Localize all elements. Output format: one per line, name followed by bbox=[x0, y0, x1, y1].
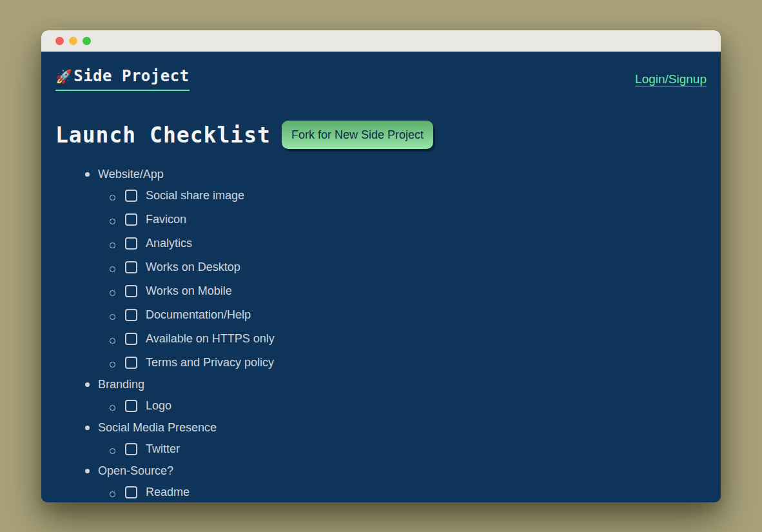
item-label: Terms and Privacy policy bbox=[146, 356, 274, 369]
title-row: Launch Checklist Fork for New Side Proje… bbox=[55, 121, 707, 149]
item-checkbox[interactable] bbox=[125, 486, 137, 498]
circle-bullet-icon bbox=[110, 219, 115, 224]
checklist-section-row: Social Media Presence bbox=[85, 418, 707, 437]
item-checkbox[interactable] bbox=[125, 400, 137, 412]
item-checkbox[interactable] bbox=[125, 237, 137, 250]
item-checkbox[interactable] bbox=[125, 443, 137, 455]
item-label: Social share image bbox=[146, 189, 244, 202]
site-logo-link[interactable]: 🚀 Side Project bbox=[55, 67, 190, 91]
checklist-item-row: Works on Desktop bbox=[110, 255, 707, 279]
traffic-lights bbox=[55, 37, 91, 45]
circle-bullet-icon bbox=[110, 448, 115, 454]
disc-bullet-icon bbox=[85, 382, 90, 387]
checklist: Website/AppSocial share imageFaviconAnal… bbox=[55, 164, 707, 502]
checklist-item-row: Twitter bbox=[110, 437, 707, 461]
item-checkbox[interactable] bbox=[125, 190, 137, 202]
item-checkbox[interactable] bbox=[125, 285, 137, 297]
item-label: Readme bbox=[146, 486, 190, 499]
item-label: Works on Desktop bbox=[146, 261, 240, 274]
item-label: Analytics bbox=[146, 237, 192, 250]
item-label: Twitter bbox=[146, 442, 180, 456]
checklist-section-row: Branding bbox=[85, 375, 707, 394]
disc-bullet-icon bbox=[85, 172, 90, 177]
checklist-item-row: Social share image bbox=[110, 184, 707, 208]
circle-bullet-icon bbox=[110, 290, 115, 296]
item-label: Logo bbox=[146, 399, 171, 413]
item-checkbox[interactable] bbox=[125, 309, 137, 321]
section-label: Branding bbox=[98, 378, 144, 391]
section-label: Open-Source? bbox=[98, 464, 173, 478]
rocket-icon: 🚀 bbox=[55, 70, 72, 83]
disc-bullet-icon bbox=[85, 426, 90, 430]
close-window-button[interactable] bbox=[55, 37, 64, 45]
page-content: 🚀 Side Project Login/Signup Launch Check… bbox=[41, 52, 721, 502]
item-checkbox[interactable] bbox=[125, 213, 137, 226]
circle-bullet-icon bbox=[110, 338, 115, 344]
site-logo-text: Side Project bbox=[73, 67, 189, 85]
circle-bullet-icon bbox=[110, 362, 115, 368]
page-title: Launch Checklist bbox=[55, 123, 271, 148]
item-checkbox[interactable] bbox=[125, 333, 137, 345]
checklist-item-row: Terms and Privacy policy bbox=[110, 351, 707, 375]
disc-bullet-icon bbox=[85, 469, 90, 473]
checklist-item-row: Available on HTTPS only bbox=[110, 327, 707, 351]
checklist-item-row: Readme bbox=[110, 480, 707, 502]
circle-bullet-icon bbox=[110, 314, 115, 320]
checklist-item-row: Works on Mobile bbox=[110, 279, 707, 303]
circle-bullet-icon bbox=[110, 405, 115, 411]
circle-bullet-icon bbox=[110, 242, 115, 248]
circle-bullet-icon bbox=[110, 195, 115, 201]
login-signup-link[interactable]: Login/Signup bbox=[635, 72, 707, 86]
minimize-window-button[interactable] bbox=[69, 37, 77, 45]
checklist-item-row: Documentation/Help bbox=[110, 303, 707, 327]
circle-bullet-icon bbox=[110, 266, 115, 272]
checklist-item-row: Logo bbox=[110, 394, 707, 418]
checklist-item-row: Favicon bbox=[110, 208, 707, 232]
checklist-item-row: Analytics bbox=[110, 232, 707, 255]
checklist-section-row: Website/App bbox=[85, 164, 707, 184]
item-label: Favicon bbox=[146, 213, 186, 226]
circle-bullet-icon bbox=[110, 491, 115, 497]
browser-window: 🚀 Side Project Login/Signup Launch Check… bbox=[41, 30, 721, 502]
item-label: Available on HTTPS only bbox=[146, 332, 275, 346]
item-checkbox[interactable] bbox=[125, 357, 137, 369]
section-label: Website/App bbox=[98, 168, 164, 181]
fork-project-button[interactable]: Fork for New Side Project bbox=[282, 121, 433, 149]
zoom-window-button[interactable] bbox=[83, 37, 91, 45]
checklist-section-row: Open-Source? bbox=[85, 461, 707, 480]
item-label: Works on Mobile bbox=[146, 284, 232, 298]
site-header: 🚀 Side Project Login/Signup bbox=[55, 67, 707, 91]
item-checkbox[interactable] bbox=[125, 261, 137, 273]
item-label: Documentation/Help bbox=[146, 308, 251, 322]
window-titlebar[interactable] bbox=[41, 30, 721, 52]
section-label: Social Media Presence bbox=[98, 421, 217, 435]
